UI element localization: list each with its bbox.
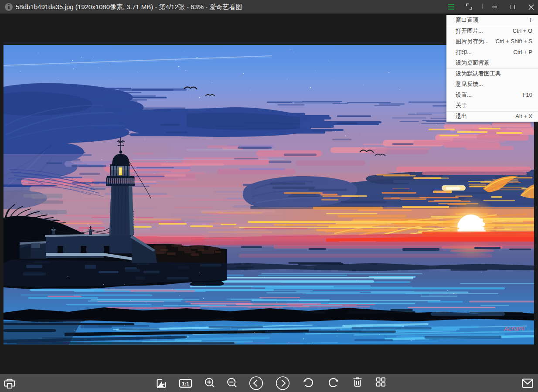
svg-text:Aenami: Aenami	[504, 324, 525, 332]
svg-text:1:1: 1:1	[182, 381, 189, 386]
